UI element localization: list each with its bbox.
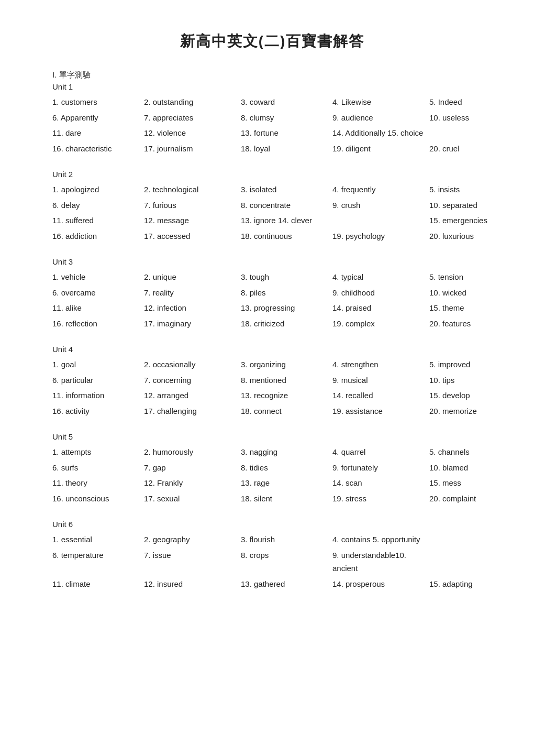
cell-u4-r3-c3: 13. recognize: [241, 389, 332, 402]
cell-u5-r3-c4: 14. scan: [332, 476, 429, 490]
cell-u1-r4-c2: 17. journalism: [144, 142, 241, 156]
cell-u1-r3-c2: 12. violence: [144, 126, 241, 140]
cell-u1-r2-c5: 10. useless: [429, 111, 492, 125]
unit-3-row-2: 6. overcame7. reality8. piles9. childhoo…: [52, 286, 492, 300]
cell-u2-r2-c2: 7. furious: [144, 199, 241, 212]
unit-block-6: Unit 61. essential2. geography3. flouris…: [52, 520, 492, 590]
unit-1-row-3: 11. dare12. violence13. fortune14. Addit…: [52, 126, 492, 140]
unit-2-row-2: 6. delay7. furious8. concentrate9. crush…: [52, 199, 492, 212]
cell-u3-r3-c2: 12. infection: [144, 301, 241, 315]
cell-u5-r2-c1: 6. surfs: [52, 461, 144, 475]
cell-u2-r4-c1: 16. addiction: [52, 229, 144, 243]
unit-4-row-2: 6. particular7. concerning8. mentioned9.…: [52, 374, 492, 387]
cell-u4-r1-c1: 1. goal: [52, 358, 144, 371]
cell-u1-r3-c1: 11. dare: [52, 126, 144, 140]
cell-u6-r1-c5: [429, 533, 492, 546]
unit-title-1: Unit 1: [52, 82, 492, 91]
cell-u1-r4-c1: 16. characteristic: [52, 142, 144, 156]
cell-u2-r3-c2: 12. message: [144, 214, 241, 227]
cell-u1-r2-c1: 6. Apparently: [52, 111, 144, 125]
cell-u1-r4-c3: 18. loyal: [241, 142, 332, 156]
unit-1-row-1: 1. customers2. outstanding3. coward4. Li…: [52, 95, 492, 109]
cell-u4-r2-c3: 8. mentioned: [241, 374, 332, 387]
cell-u4-r4-c4: 19. assistance: [332, 404, 429, 418]
unit-2-row-3: 11. suffered12. message13. ignore 14. cl…: [52, 214, 492, 227]
unit-6-row-3: 11. climate12. insured13. gathered14. pr…: [52, 577, 492, 591]
cell-u3-r1-c4: 4. typical: [332, 270, 429, 284]
unit-2-row-1: 1. apologized2. technological3. isolated…: [52, 183, 492, 196]
unit-3-row-4: 16. reflection17. imaginary18. criticize…: [52, 317, 492, 331]
cell-u3-r3-c4: 14. praised: [332, 301, 429, 315]
cell-u3-r4-c4: 19. complex: [332, 317, 429, 331]
cell-u3-r1-c2: 2. unique: [144, 270, 241, 284]
cell-u1-r3-c4: 14. Additionally 15. choice: [332, 126, 429, 140]
cell-u4-r1-c2: 2. occasionally: [144, 358, 241, 371]
cell-u1-r2-c2: 7. appreciates: [144, 111, 241, 125]
cell-u2-r4-c5: 20. luxurious: [429, 229, 492, 243]
cell-u1-r3-c5: [429, 126, 492, 140]
cell-u2-r4-c4: 19. psychology: [332, 229, 429, 243]
cell-u4-r1-c4: 4. strengthen: [332, 358, 429, 371]
cell-u3-r4-c3: 18. criticized: [241, 317, 332, 331]
cell-u3-r2-c2: 7. reality: [144, 286, 241, 300]
cell-u3-r2-c1: 6. overcame: [52, 286, 144, 300]
cell-u6-r2-c4: 9. understandable10. ancient: [332, 549, 429, 575]
cell-u3-r4-c2: 17. imaginary: [144, 317, 241, 331]
cell-u3-r1-c5: 5. tension: [429, 270, 492, 284]
cell-u3-r2-c3: 8. piles: [241, 286, 332, 300]
cell-u3-r4-c5: 20. features: [429, 317, 492, 331]
cell-u6-r1-c4: 4. contains 5. opportunity: [332, 533, 429, 546]
cell-u2-r1-c2: 2. technological: [144, 183, 241, 196]
cell-u5-r4-c2: 17. sexual: [144, 492, 241, 506]
cell-u4-r2-c1: 6. particular: [52, 374, 144, 387]
cell-u2-r2-c4: 9. crush: [332, 199, 429, 212]
unit-4-row-1: 1. goal2. occasionally3. organizing4. st…: [52, 358, 492, 371]
cell-u6-r3-c1: 11. climate: [52, 577, 144, 591]
cell-u2-r3-c5: 15. emergencies: [429, 214, 492, 227]
unit-6-row-1: 1. essential2. geography3. flourish4. co…: [52, 533, 492, 546]
cell-u5-r3-c5: 15. mess: [429, 476, 492, 490]
cell-u4-r4-c5: 20. memorize: [429, 404, 492, 418]
cell-u4-r2-c2: 7. concerning: [144, 374, 241, 387]
cell-u5-r2-c5: 10. blamed: [429, 461, 492, 475]
cell-u6-r3-c3: 13. gathered: [241, 577, 332, 591]
cell-u5-r4-c3: 18. silent: [241, 492, 332, 506]
cell-u2-r1-c4: 4. frequently: [332, 183, 429, 196]
unit-4-row-3: 11. information12. arranged13. recognize…: [52, 389, 492, 402]
unit-4-row-4: 16. activity17. challenging18. connect19…: [52, 404, 492, 418]
cell-u2-r2-c5: 10. separated: [429, 199, 492, 212]
cell-u4-r2-c5: 10. tips: [429, 374, 492, 387]
unit-title-6: Unit 6: [52, 520, 492, 529]
cell-u4-r4-c2: 17. challenging: [144, 404, 241, 418]
cell-u1-r2-c3: 8. clumsy: [241, 111, 332, 125]
cell-u2-r2-c1: 6. delay: [52, 199, 144, 212]
cell-u6-r2-c3: 8. crops: [241, 549, 332, 575]
cell-u2-r2-c3: 8. concentrate: [241, 199, 332, 212]
cell-u6-r2-c2: 7. issue: [144, 549, 241, 575]
cell-u5-r4-c1: 16. unconscious: [52, 492, 144, 506]
cell-u5-r1-c5: 5. channels: [429, 445, 492, 459]
cell-u2-r1-c1: 1. apologized: [52, 183, 144, 196]
unit-5-row-3: 11. theory12. Frankly13. rage14. scan15.…: [52, 476, 492, 490]
unit-6-row-2: 6. temperature7. issue8. crops9. underst…: [52, 549, 492, 575]
cell-u6-r3-c5: 15. adapting: [429, 577, 492, 591]
unit-title-3: Unit 3: [52, 257, 492, 266]
cell-u5-r4-c5: 20. complaint: [429, 492, 492, 506]
cell-u5-r1-c4: 4. quarrel: [332, 445, 429, 459]
cell-u5-r1-c3: 3. nagging: [241, 445, 332, 459]
cell-u5-r2-c2: 7. gap: [144, 461, 241, 475]
cell-u5-r3-c2: 12. Frankly: [144, 476, 241, 490]
cell-u2-r3-c3: 13. ignore 14. clever: [241, 214, 332, 227]
page-title: 新高中英文(二)百寶書解答: [52, 31, 492, 51]
cell-u3-r1-c1: 1. vehicle: [52, 270, 144, 284]
cell-u1-r1-c3: 3. coward: [241, 95, 332, 109]
cell-u1-r3-c3: 13. fortune: [241, 126, 332, 140]
cell-u6-r1-c3: 3. flourish: [241, 533, 332, 546]
cell-u3-r2-c4: 9. childhood: [332, 286, 429, 300]
unit-block-5: Unit 51. attempts2. humorously3. nagging…: [52, 432, 492, 505]
cell-u2-r1-c5: 5. insists: [429, 183, 492, 196]
cell-u6-r1-c2: 2. geography: [144, 533, 241, 546]
cell-u3-r2-c5: 10. wicked: [429, 286, 492, 300]
cell-u1-r4-c4: 19. diligent: [332, 142, 429, 156]
unit-3-row-3: 11. alike12. infection13. progressing14.…: [52, 301, 492, 315]
